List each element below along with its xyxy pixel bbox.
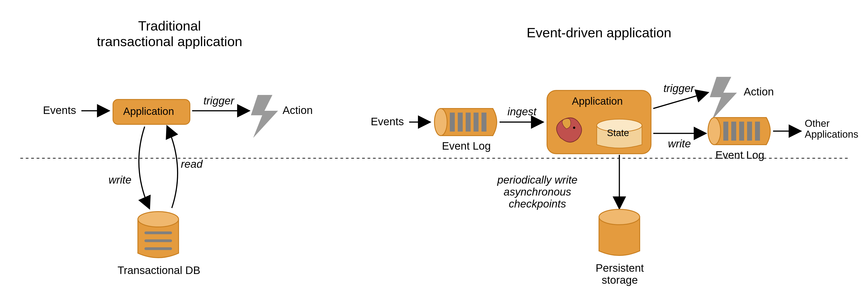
label-action-right: Action — [744, 86, 774, 98]
svg-rect-17 — [755, 122, 760, 141]
svg-point-12 — [708, 118, 721, 145]
arrow-app-to-action-right — [653, 93, 708, 109]
svg-point-18 — [599, 209, 640, 225]
svg-rect-8 — [473, 113, 478, 131]
svg-point-4 — [434, 109, 447, 136]
label-trigger-right: trigger — [663, 83, 694, 94]
svg-rect-16 — [747, 122, 752, 141]
svg-rect-7 — [466, 113, 471, 131]
label-action-left: Action — [283, 105, 313, 116]
lightning-icon-right — [710, 77, 737, 120]
persistent-storage-icon — [599, 209, 640, 256]
label-write-out: write — [668, 138, 691, 150]
transactional-db-icon — [138, 212, 179, 258]
label-application-left: Application — [123, 105, 174, 117]
svg-point-0 — [138, 212, 179, 227]
label-read: read — [181, 158, 203, 170]
event-log-in-icon — [434, 109, 497, 136]
svg-rect-9 — [482, 113, 487, 131]
label-state: State — [607, 128, 629, 138]
label-write-db: write — [108, 174, 131, 186]
label-trigger-left: trigger — [204, 95, 234, 107]
svg-rect-5 — [450, 113, 455, 131]
arrow-write-to-db — [139, 126, 149, 208]
label-event-log-in: Event Log — [442, 140, 491, 152]
svg-point-10 — [573, 126, 575, 129]
svg-rect-14 — [731, 122, 736, 141]
diagram-canvas: Traditional transactional application Ev… — [0, 0, 868, 295]
svg-rect-6 — [458, 113, 463, 131]
label-events-right: Events — [371, 116, 404, 128]
label-ingest: ingest — [507, 106, 536, 118]
label-checkpoints: periodically write asynchronous checkpoi… — [497, 174, 578, 210]
label-event-log-out: Event Log — [715, 149, 764, 161]
lightning-icon-left — [251, 95, 278, 138]
label-other-apps: Other Applications — [805, 118, 858, 140]
svg-rect-13 — [723, 122, 728, 141]
svg-rect-15 — [739, 122, 744, 141]
label-application-right: Application — [572, 95, 623, 107]
diagram-svg — [0, 0, 868, 295]
label-events-left: Events — [43, 105, 76, 116]
label-transactional-db: Transactional DB — [118, 264, 200, 276]
event-log-out-icon — [708, 118, 770, 145]
arrow-read-from-db — [167, 126, 178, 208]
label-persistent-storage: Persistent storage — [596, 262, 644, 286]
